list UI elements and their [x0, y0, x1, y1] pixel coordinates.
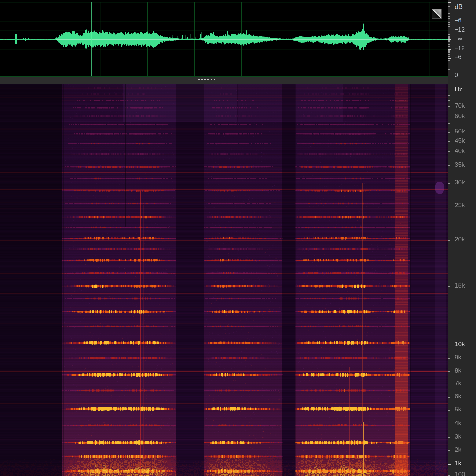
hz-ruler-label: 100: [455, 471, 475, 476]
hz-ruler-label: 25k: [455, 202, 475, 209]
db-ruler-tick: [448, 21, 451, 21]
db-ruler-tick: [448, 49, 451, 50]
hz-ruler-tick: [448, 117, 450, 117]
db-ruler-tick: [448, 54, 450, 55]
hz-ruler-tick: [448, 475, 450, 476]
db-ruler-tick: [448, 10, 450, 10]
db-ruler-tick: [448, 18, 450, 19]
audio-editor-window: dB −6−12−∞−12−60 Hz 70k60k50k45k40k35k30…: [0, 0, 476, 476]
db-ruler-tick: [448, 56, 450, 57]
db-ruler-label: 0: [455, 72, 475, 79]
hz-ruler-label: 7k: [455, 380, 475, 387]
spectrogram-display[interactable]: [0, 84, 448, 476]
hz-ruler-label: 10k: [455, 341, 475, 348]
hz-ruler-tick: [448, 450, 450, 451]
panel-divider[interactable]: [0, 77, 448, 84]
hz-ruler-tick: [448, 123, 450, 124]
waveform-panel: [0, 0, 448, 77]
db-ruler-label: −6: [455, 17, 475, 24]
db-ruler-tick: [448, 43, 450, 43]
hz-ruler-tick: [448, 358, 450, 359]
db-ruler-title: dB: [455, 3, 475, 11]
hz-ruler-tick: [448, 286, 450, 287]
hz-ruler-label: 20k: [455, 236, 475, 243]
hz-ruler-tick: [448, 371, 450, 372]
hz-ruler-label: 1k: [455, 460, 475, 467]
hz-ruler-tick: [448, 464, 451, 465]
hz-ruler-tick: [448, 132, 450, 133]
db-ruler-tick: [448, 63, 450, 63]
db-ruler-label: −∞: [455, 35, 475, 43]
divider-drag-handle-icon[interactable]: [198, 79, 216, 81]
db-ruler-tick: [448, 30, 451, 30]
spectral-scale-toggle-icon[interactable]: [432, 9, 441, 18]
db-ruler-tick: [448, 41, 450, 42]
db-ruler-tick: [448, 29, 450, 29]
hz-ruler-label: 4k: [455, 420, 475, 427]
db-ruler-tick: [448, 46, 450, 47]
hz-ruler-tick: [448, 397, 450, 398]
db-ruler-tick: [448, 51, 450, 52]
db-ruler-tick: [448, 2, 451, 3]
spectrogram-panel: [0, 84, 448, 476]
hz-ruler-label: 45k: [455, 137, 475, 144]
db-amplitude-ruler[interactable]: dB −6−12−∞−12−60: [448, 0, 476, 77]
db-ruler-tick: [448, 66, 450, 66]
waveform-display[interactable]: [0, 0, 448, 77]
db-ruler-tick: [448, 38, 450, 39]
hz-ruler-tick: [448, 437, 450, 438]
db-ruler-tick: [448, 22, 450, 23]
hz-ruler-tick: [448, 206, 450, 206]
db-ruler-tick: [448, 6, 450, 7]
hz-ruler-tick: [448, 384, 450, 384]
db-ruler-tick: [448, 33, 450, 33]
db-ruler-tick: [448, 50, 450, 51]
hz-ruler-title: Hz: [455, 86, 475, 93]
db-ruler-tick: [448, 73, 450, 73]
db-ruler-tick: [448, 58, 451, 59]
hz-ruler-tick: [448, 410, 450, 411]
db-ruler-tick: [448, 28, 450, 28]
db-ruler-tick: [448, 13, 450, 14]
hz-ruler-tick: [448, 151, 450, 152]
db-ruler-tick: [448, 69, 450, 70]
db-ruler-tick: [448, 26, 450, 27]
hz-ruler-label: 6k: [455, 393, 475, 400]
db-ruler-tick: [448, 77, 451, 77]
hz-ruler-tick: [448, 183, 450, 184]
hz-ruler-tick: [448, 141, 450, 142]
hz-ruler-label: 30k: [455, 179, 475, 186]
db-ruler-tick: [448, 24, 450, 25]
hz-ruler-tick: [448, 95, 450, 96]
hz-ruler-tick: [448, 345, 451, 345]
hz-ruler-label: 2k: [455, 446, 475, 454]
hz-ruler-tick: [448, 111, 450, 111]
db-ruler-tick: [448, 16, 450, 17]
hz-ruler-label: 60k: [455, 113, 475, 120]
hz-ruler-label: 50k: [455, 128, 475, 135]
db-ruler-label: −12: [455, 45, 475, 52]
hz-ruler-label: 5k: [455, 406, 475, 413]
db-ruler-tick: [448, 60, 450, 61]
hz-ruler-label: 70k: [455, 102, 475, 110]
hz-ruler-tick: [448, 424, 450, 424]
db-ruler-tick: [448, 52, 450, 53]
hz-ruler-tick: [448, 240, 450, 241]
db-ruler-tick: [448, 34, 450, 35]
hz-frequency-ruler[interactable]: Hz 70k60k50k45k40k35k30k25k20k15k10k9k8k…: [448, 84, 476, 476]
hz-ruler-label: 3k: [455, 433, 475, 440]
db-ruler-tick: [448, 39, 451, 40]
hz-ruler-label: 40k: [455, 147, 475, 155]
hz-ruler-tick: [448, 106, 450, 107]
db-ruler-label: −12: [455, 26, 475, 33]
db-ruler-tick: [448, 40, 450, 41]
hz-ruler-label: 9k: [455, 354, 475, 361]
db-ruler-label: −6: [455, 54, 475, 61]
hz-ruler-label: 35k: [455, 161, 475, 169]
db-ruler-tick: [448, 37, 450, 38]
hz-ruler-label: 15k: [455, 282, 475, 289]
db-ruler-tick: [448, 44, 450, 45]
hz-ruler-label: 8k: [455, 367, 475, 374]
hz-ruler-tick: [448, 100, 450, 101]
hz-ruler-tick: [448, 165, 450, 166]
